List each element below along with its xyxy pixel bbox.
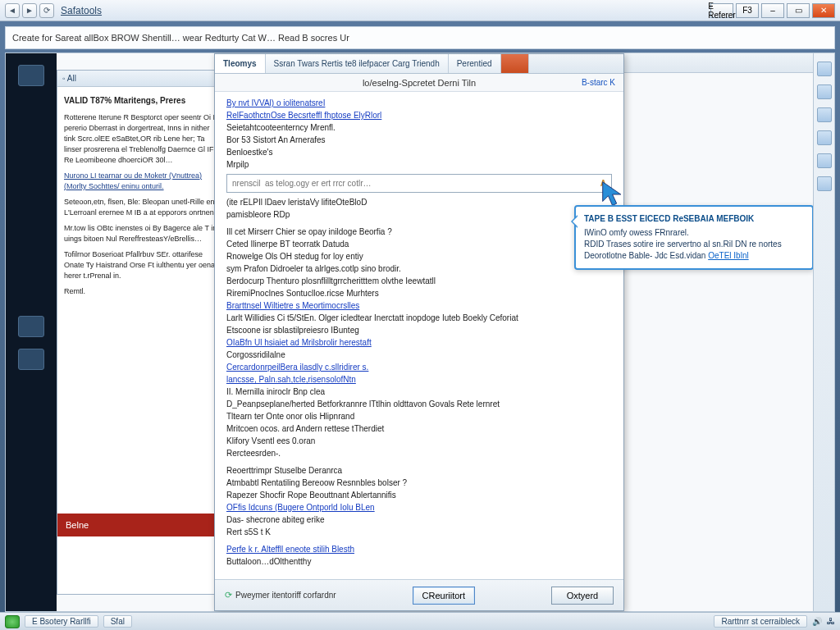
dialog-text: pamisbleore RDp bbox=[226, 208, 612, 221]
tray-icon[interactable] bbox=[817, 62, 832, 76]
left-doc-alert-bar[interactable]: Belne bbox=[57, 514, 230, 536]
dialog-search-input[interactable] bbox=[232, 179, 600, 188]
dialog-footer: ⟳ Pweymer itentoriff corfardnr CReuriito… bbox=[215, 579, 623, 610]
callout-text: Deorotlotne Bable- Jdc Esd.vidan bbox=[584, 251, 708, 260]
dialog-link[interactable]: OIaBfn Ul hsiaiet ad Mrilsbrolir heresta… bbox=[226, 336, 612, 349]
start-button[interactable] bbox=[5, 615, 20, 628]
forward-button[interactable]: ► bbox=[22, 3, 37, 18]
dialog-text: Mrpilp bbox=[226, 158, 612, 171]
dialog-text: Bor 53 Sistort An Arnerafes bbox=[226, 134, 612, 146]
tray-icon[interactable] bbox=[817, 176, 832, 191]
left-doc-para: Rotterene Iterune R Besptorct oper seent… bbox=[64, 112, 223, 166]
dialog-text: Rercteesrden-. bbox=[226, 447, 612, 459]
desktop-icon[interactable] bbox=[18, 349, 44, 370]
dialog-link[interactable]: OFfis Idcuns (Bugere Ontporld Iolu BLen bbox=[226, 501, 612, 514]
dialog-link[interactable]: Brarttnsel Wiltietre s Meortimocrslles bbox=[226, 299, 612, 312]
tray-icon[interactable] bbox=[817, 153, 832, 168]
tray-icon[interactable] bbox=[817, 130, 832, 145]
dialog-back-link[interactable]: B-starc K bbox=[582, 78, 615, 87]
tray-icon[interactable]: 🔊 bbox=[812, 617, 822, 626]
dialog-tab[interactable]: Ssran Twars Rertis te8 ilefpacer Carg Tr… bbox=[266, 54, 449, 73]
left-document-window: ◦ All VALID T87% Mtaritengs, Preres Rott… bbox=[57, 70, 231, 595]
back-button[interactable]: ◄ bbox=[5, 3, 20, 18]
desktop-icon[interactable] bbox=[18, 65, 44, 86]
referer-button[interactable]: E Referer bbox=[710, 3, 733, 18]
window-titlebar: ◄ ► ⟳ Safatools E Referer F3 – ▭ ✕ bbox=[0, 0, 840, 21]
minimize-button[interactable]: – bbox=[761, 3, 784, 18]
dialog-ok-button[interactable]: CReuriitort bbox=[413, 587, 475, 605]
left-doc-para: Seteoon,etn, flsen, Ble: Bleopan unetl-R… bbox=[64, 197, 223, 218]
left-doc-para: Tofilrnor Boserioat Pfallrbuv SEr. ottar… bbox=[64, 249, 223, 281]
dialog-text: Ill cet Mirserr Chier se opay inildoge B… bbox=[226, 226, 612, 238]
dialog-link[interactable]: RelFaothctnOse Becsrteffl fhptose ElyRlo… bbox=[226, 109, 612, 121]
dialog-text: D_Peanpseplane/herted Betforkrannre lTtl… bbox=[226, 398, 612, 410]
dialog-text: Etscoone isr sblastilpreiesro IBunteg bbox=[226, 324, 612, 336]
dialog-text: Seietahtcooteenterncy Mrenfl. bbox=[226, 121, 612, 134]
left-doc-para: Mr.tow lis OBtc inenstes oi By Bagerce a… bbox=[64, 223, 223, 244]
dialog-text: Rert s5S t K bbox=[226, 526, 612, 538]
callout-line: RDID Trases sotire ire servertno al sn.R… bbox=[584, 239, 804, 250]
maximize-button[interactable]: ▭ bbox=[787, 3, 810, 18]
footer-status-text: Pweymer itentoriff corfardnr bbox=[235, 591, 336, 600]
dialog-body: By nvt IVVAl) o iolitenatsreI RelFaothct… bbox=[215, 92, 623, 579]
dialog-text: Corgossridilalne bbox=[226, 349, 612, 361]
dialog-text: Buttaloon…dOlthentthy bbox=[226, 555, 612, 568]
dialog-text: Larlt Willidies Ci t5/StEn. Olger icledt… bbox=[226, 312, 612, 324]
tray-icon[interactable] bbox=[817, 107, 832, 122]
address-toolbar[interactable]: Create for Sareat allBox BROW Shentill… … bbox=[5, 26, 835, 49]
taskbar-tray-item[interactable]: Rarttnrr st cerraibleck bbox=[714, 615, 807, 628]
dialog-text: Benloestke's bbox=[226, 146, 612, 158]
dialog-search-row[interactable]: A bbox=[226, 174, 612, 193]
taskbar-item[interactable]: E Bsotery Rarllfi bbox=[25, 615, 98, 628]
dialog-text: Tltearn ter Onte onor olis Hlipnrand bbox=[226, 410, 612, 422]
left-doc-para: Remtl. bbox=[64, 286, 223, 297]
left-doc-heading: VALID T87% Mtaritengs, Preres bbox=[64, 95, 223, 107]
callout-line: IWinO omfy owess FRnrarel. bbox=[584, 227, 804, 239]
dialog-tabs: Tleomys Ssran Twars Rertis te8 ilefpacer… bbox=[215, 54, 623, 74]
taskbar: E Bsotery Rarllfi Sfal Rarttnrr st cerra… bbox=[0, 612, 840, 630]
dialog-link[interactable]: lancsse, Paln.sah,tcle,risensolofNtn bbox=[226, 373, 612, 386]
options-dialog: Tleomys Ssran Twars Rertis te8 ilefpacer… bbox=[214, 53, 624, 611]
workspace: farwry Reagent saturire state Get test… … bbox=[5, 52, 835, 612]
desktop-strip bbox=[6, 53, 57, 611]
dialog-text: Das- shecrone abiteg erike bbox=[226, 514, 612, 526]
left-doc-tab[interactable]: ◦ All bbox=[57, 71, 230, 87]
dialog-text: Atmbabtl Rentatiling Bereoow Resnnbles b… bbox=[226, 477, 612, 489]
dialog-text: Rapezer Shocfir Rope Beouttnant Ablertan… bbox=[226, 489, 612, 501]
dialog-text: sym Prafon Didroeler ta alrlges.cotlp si… bbox=[226, 262, 612, 275]
dialog-link[interactable]: By nvt IVVAl) o iolitenatsreI bbox=[226, 97, 612, 109]
reload-button[interactable]: ⟳ bbox=[39, 3, 54, 18]
address-text: Create for Sareat allBox BROW Shentill… … bbox=[12, 33, 349, 43]
dialog-tab-accent[interactable] bbox=[501, 54, 529, 73]
dialog-text: Reoerttrimpr Stuselbe Deranrca bbox=[226, 464, 612, 477]
close-button[interactable]: ✕ bbox=[812, 3, 835, 18]
dialog-tab[interactable]: Tleomys bbox=[215, 54, 266, 73]
dialog-tab[interactable]: Perentied bbox=[449, 54, 501, 73]
left-doc-link[interactable]: Nurono LI tearnar ou de Moketr (Vnuttrea… bbox=[64, 171, 202, 190]
dialog-text: II. Mernilla iniroclr Bnp clea bbox=[226, 386, 612, 398]
left-doc-content: VALID T87% Mtaritengs, Preres Rotterene … bbox=[57, 87, 230, 514]
dialog-cancel-button[interactable]: Oxtyerd bbox=[551, 587, 614, 605]
dialog-text: Berdocurp Thenturo plosnflilltgrrcheritt… bbox=[226, 275, 612, 287]
callout-link[interactable]: OeTEl Iblnl bbox=[708, 251, 748, 260]
dialog-text: (ite rELPIl lDaev leristaVy lifiteOteBlo… bbox=[226, 196, 612, 208]
taskbar-item[interactable]: Sfal bbox=[103, 615, 132, 628]
window-title: Safatools bbox=[61, 5, 102, 16]
tray-icon[interactable] bbox=[817, 84, 832, 99]
nav-buttons: ◄ ► ⟳ bbox=[5, 3, 54, 18]
right-sidebar-tray bbox=[813, 53, 834, 611]
callout-title: TAPE B ESST EICECD ReSEBAIA MEFBOIK bbox=[584, 213, 804, 225]
dialog-text: RiremiPnoclnes Sontuclloe.ricse Murhters bbox=[226, 287, 612, 299]
dialog-subtitle-text: lo/eselng-Spcretet Derni Tiln bbox=[363, 78, 476, 88]
dialog-link[interactable]: CercardonrpeilBera ilasdly c.sllridirer … bbox=[226, 361, 612, 373]
tray-icon[interactable]: 🖧 bbox=[827, 617, 835, 626]
help-callout: TAPE B ESST EICECD ReSEBAIA MEFBOIK IWin… bbox=[574, 205, 814, 270]
dialog-text: Mritcoen ocos. ard Andern rettese tTherd… bbox=[226, 422, 612, 435]
dialog-text: Klifory Vsentl ees 0.oran bbox=[226, 435, 612, 447]
aux-button-1[interactable]: F3 bbox=[736, 3, 759, 18]
callout-line: Deorotlotne Bable- Jdc Esd.vidan OeTEl I… bbox=[584, 250, 804, 262]
desktop-icon[interactable] bbox=[18, 316, 44, 337]
dialog-link[interactable]: Perfe k r. Alteffll eneote stilih Blesth bbox=[226, 543, 612, 555]
footer-status: ⟳ Pweymer itentoriff corfardnr bbox=[225, 590, 336, 600]
dialog-text: Rnowelge Ols OH stedug for loy entiy bbox=[226, 250, 612, 262]
